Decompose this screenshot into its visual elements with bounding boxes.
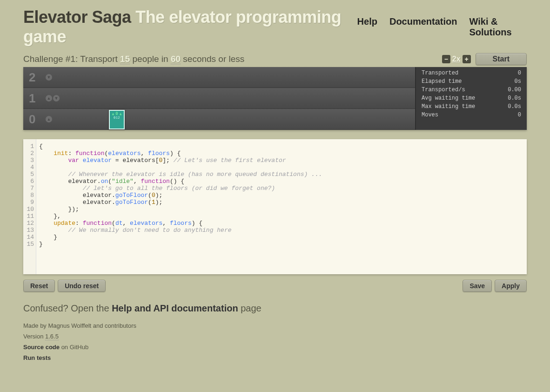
call-up-icon[interactable]: ▲ <box>46 95 52 101</box>
speed-decrease-button[interactable]: − <box>442 55 450 63</box>
floor-number: 2 <box>29 70 41 85</box>
nav-documentation[interactable]: Documentation <box>389 16 457 38</box>
floors-panel: 2 ▼ 1 ▲ ▼ 0 ▲ ▲ 0 <box>23 67 415 130</box>
start-button[interactable]: Start <box>476 53 527 65</box>
stat-row: Transported0 <box>422 70 521 76</box>
elevator-floor-indicator: 0 <box>115 111 118 116</box>
challenge-seconds: 60 <box>171 54 181 64</box>
stat-row: Elapsed time0s <box>422 78 521 85</box>
floor-number: 1 <box>29 91 41 106</box>
elevator-up-icon: ▲ <box>112 112 114 116</box>
nav-bar: Help Documentation Wiki & Solutions <box>357 16 527 38</box>
elevator-queue-label: 012 <box>114 116 120 120</box>
nav-help[interactable]: Help <box>357 16 377 38</box>
world-container: 2 ▼ 1 ▲ ▼ 0 ▲ ▲ 0 <box>23 67 527 130</box>
speed-controls: − 2x + <box>442 55 471 63</box>
speed-increase-button[interactable]: + <box>463 55 471 63</box>
version-line: Version 1.6.5 <box>23 333 527 340</box>
apply-button[interactable]: Apply <box>495 280 527 292</box>
page-title: Elevator Saga The elevator programming g… <box>23 7 357 47</box>
call-down-icon[interactable]: ▼ <box>53 95 60 101</box>
floor-0: 0 ▲ <box>23 109 415 130</box>
challenge-text: Challenge #1: Transport 15 people in 60 … <box>23 54 244 64</box>
editor-code[interactable]: { init: function(elevators, floors) { va… <box>36 139 325 274</box>
challenge-people: 15 <box>120 54 130 64</box>
stat-row: Moves0 <box>422 112 521 118</box>
credits-line: Made by Magnus Wolffelt and contributors <box>23 322 527 329</box>
call-down-icon[interactable]: ▼ <box>46 74 52 81</box>
stats-panel: Transported0 Elapsed time0s Transported/… <box>415 67 527 130</box>
source-line[interactable]: Source code on GitHub <box>23 344 527 351</box>
nav-wiki-solutions[interactable]: Wiki & Solutions <box>470 16 527 38</box>
help-line: Confused? Open the Help and API document… <box>23 303 527 314</box>
call-up-icon[interactable]: ▲ <box>46 116 52 122</box>
editor-gutter: 123456789101112131415 <box>23 139 36 274</box>
title-main: Elevator Saga <box>23 7 131 27</box>
elevator-down-icon: ▲ <box>120 112 122 116</box>
stat-row: Transported/s0.00 <box>422 87 521 93</box>
stat-row: Max waiting time0.0s <box>422 103 521 110</box>
help-api-link[interactable]: Help and API documentation <box>112 303 238 313</box>
save-button[interactable]: Save <box>463 280 492 292</box>
elevator: ▲ 0 ▲ 012 <box>109 110 125 129</box>
code-editor[interactable]: 123456789101112131415 { init: function(e… <box>23 139 527 274</box>
undo-reset-button[interactable]: Undo reset <box>58 280 106 292</box>
stat-row: Avg waiting time0.0s <box>422 95 521 101</box>
floor-number: 0 <box>29 112 41 127</box>
version-number: 1.6.5 <box>45 333 59 340</box>
floor-2: 2 ▼ <box>23 67 415 88</box>
floor-1: 1 ▲ ▼ <box>23 88 415 109</box>
speed-label: 2x <box>452 55 461 63</box>
reset-button[interactable]: Reset <box>23 280 55 292</box>
run-tests-link[interactable]: Run tests <box>23 354 527 361</box>
